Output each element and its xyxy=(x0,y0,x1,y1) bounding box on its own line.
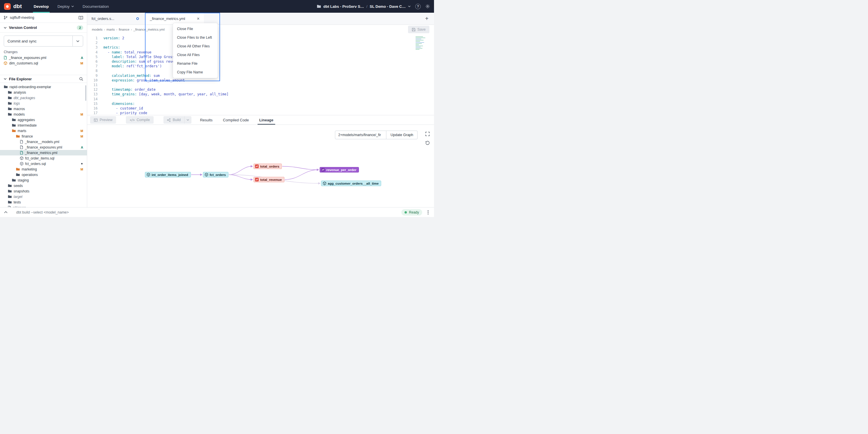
lineage-node-int_order_items_joined[interactable]: int_order_items_joined xyxy=(145,172,191,177)
dag-icon xyxy=(167,118,170,122)
tree-item-models[interactable]: modelsM xyxy=(0,112,87,117)
lineage-node-revenue_per_order[interactable]: revenue_per_order xyxy=(320,167,359,173)
file-icon xyxy=(20,151,23,154)
fullscreen-icon[interactable] xyxy=(425,132,430,136)
change-item-dim_customers.sql[interactable]: dim_customers.sqlM xyxy=(4,60,83,66)
chevron-down-icon xyxy=(4,27,7,29)
results-tab-compiled-code[interactable]: Compiled Code xyxy=(223,115,249,124)
account-name: dbt Labs - ProServ S… xyxy=(323,4,364,9)
search-icon[interactable] xyxy=(79,77,83,81)
close-icon[interactable]: × xyxy=(197,17,199,21)
version-control-label: Version Control xyxy=(9,25,37,30)
breadcrumb-item[interactable]: finance xyxy=(119,28,129,31)
tree-item-_finance_exposures.yml[interactable]: _finance_exposures.ymlA xyxy=(0,144,87,150)
graph-selector-input[interactable]: 2+models/marts/finance/_fir xyxy=(335,131,386,139)
lineage-node-agg_customer_orders__all_time[interactable]: agg_customer_orders__all_time xyxy=(321,181,381,186)
lineage-panel: 2+models/marts/finance/_fir Update Graph… xyxy=(87,125,434,207)
file-icon xyxy=(20,145,23,149)
ready-badge: Ready xyxy=(401,209,422,215)
tree-item-target[interactable]: target xyxy=(0,194,87,199)
tree-item-fct_orders.sql[interactable]: fct_orders.sql xyxy=(0,161,87,167)
build-dropdown-caret[interactable] xyxy=(184,116,191,124)
breadcrumb-item[interactable]: marts xyxy=(106,28,115,31)
commit-dropdown-caret[interactable] xyxy=(72,36,83,46)
chevron-up-icon[interactable] xyxy=(4,211,7,213)
chevron-down-icon xyxy=(71,5,74,7)
save-button[interactable]: Save xyxy=(408,26,430,33)
tree-item-rapid-onboarding-exemplar[interactable]: rapid-onboarding-exemplar xyxy=(0,84,87,90)
lineage-node-total_orders[interactable]: total_orders xyxy=(253,164,282,169)
editor-tab-fct_orders.s...[interactable]: fct_orders.s... xyxy=(87,13,143,25)
tree-item-logs[interactable]: logs xyxy=(0,100,87,106)
tree-item-marketing[interactable]: marketingM xyxy=(0,167,87,172)
context-menu-item-close-file[interactable]: Close File xyxy=(173,25,218,33)
dbt-logo-icon xyxy=(4,3,11,10)
build-button[interactable]: Build xyxy=(163,116,191,124)
account-project-selector[interactable]: dbt Labs - ProServ S… / SL Demo - Dave C… xyxy=(317,4,411,9)
context-menu-item-close-all-other-files[interactable]: Close All Other Files xyxy=(173,42,218,51)
nav-develop[interactable]: Develop xyxy=(29,0,54,13)
breadcrumb-item[interactable]: _finance_metrics.yml xyxy=(133,28,164,31)
folder-icon xyxy=(8,113,12,116)
nav-deploy[interactable]: Deploy xyxy=(53,0,78,13)
nav-documentation[interactable]: Documentation xyxy=(78,0,113,13)
tree-item-dbt_packages[interactable]: dbt_packages xyxy=(0,95,87,100)
compile-button[interactable]: </>Compile xyxy=(126,116,153,124)
ready-dot-icon xyxy=(405,211,407,213)
topbar-nav: DevelopDeployDocumentation xyxy=(29,0,113,13)
context-menu-item-copy-file-name[interactable]: Copy File Name xyxy=(173,68,218,77)
lineage-node-total_revenue[interactable]: total_revenue xyxy=(253,177,284,182)
context-menu-item-close-all-files[interactable]: Close All Files xyxy=(173,51,218,59)
model-file-icon xyxy=(20,162,23,166)
overflow-menu-icon[interactable] xyxy=(426,210,430,215)
results-tab-lineage[interactable]: Lineage xyxy=(259,115,274,124)
reset-view-icon[interactable] xyxy=(425,141,430,145)
project-name: SL Demo - Dave C… xyxy=(370,4,406,9)
tree-item-tests[interactable]: tests xyxy=(0,199,87,205)
version-control-header[interactable]: Version Control 2 xyxy=(0,23,87,33)
update-graph-button[interactable]: Update Graph xyxy=(386,131,417,139)
chevron-down-icon xyxy=(408,5,411,7)
tree-item-aggregates[interactable]: aggregates xyxy=(0,117,87,122)
settings-gear-icon[interactable] xyxy=(425,4,430,9)
docs-book-icon[interactable] xyxy=(79,16,83,20)
results-toolbar: Preview</>CompileBuild ResultsCompiled C… xyxy=(87,115,434,125)
results-tab-results[interactable]: Results xyxy=(200,115,213,124)
tree-item-staging[interactable]: staging xyxy=(0,177,87,183)
table-icon xyxy=(94,118,98,122)
preview-button[interactable]: Preview xyxy=(90,116,116,124)
tree-item-intermediate[interactable]: intermediate xyxy=(0,122,87,128)
tree-item-seeds[interactable]: seeds xyxy=(0,183,87,189)
dbt-logo[interactable]: dbt xyxy=(4,3,22,10)
tree-item-macros[interactable]: macros xyxy=(0,106,87,112)
file-explorer-header[interactable]: File Explorer xyxy=(0,75,87,83)
branch-row[interactable]: sqlfluff-meeting xyxy=(0,13,87,23)
help-button[interactable]: ? xyxy=(415,4,421,9)
minimap[interactable] xyxy=(415,36,427,50)
code-editor[interactable]: 1234567891011121314151617 version: 2 met… xyxy=(87,34,434,115)
tree-item-marts[interactable]: martsM xyxy=(0,128,87,134)
context-menu-item-rename-file[interactable]: Rename File xyxy=(173,59,218,68)
context-menu-item-close-files-to-the-left[interactable]: Close Files to the Left xyxy=(173,33,218,42)
tree-item-_finance_metrics.yml[interactable]: _finance_metrics.yml xyxy=(0,150,87,155)
git-status-letter: M xyxy=(80,62,83,65)
tree-item-finance[interactable]: financeM xyxy=(0,134,87,139)
folder-icon xyxy=(12,129,16,132)
tree-item-operations[interactable]: operations xyxy=(0,172,87,177)
scrollbar-thumb[interactable] xyxy=(85,85,86,101)
tree-item-snapshots[interactable]: snapshots xyxy=(0,189,87,194)
dbt-logo-text: dbt xyxy=(13,3,22,9)
model-icon xyxy=(205,173,208,177)
new-tab-button[interactable]: + xyxy=(420,15,434,22)
commit-sync-button[interactable]: Commit and sync xyxy=(4,35,83,47)
tree-item-fct_order_items.sql[interactable]: fct_order_items.sql xyxy=(0,155,87,161)
change-item-_finance_exposures.yml[interactable]: _finance_exposures.ymlA xyxy=(4,55,83,60)
command-input[interactable]: dbt build --select <model_name> xyxy=(16,210,397,214)
lineage-node-fct_orders[interactable]: fct_orders xyxy=(203,172,228,177)
tree-item-analysis[interactable]: analysis xyxy=(0,90,87,95)
editor-tab-_finance_metrics.yml[interactable]: _finance_metrics.yml× xyxy=(146,13,204,25)
tree-item-_finance__models.yml[interactable]: _finance__models.yml xyxy=(0,139,87,144)
status-bar: dbt build --select <model_name> Ready xyxy=(0,207,434,217)
breadcrumb-item[interactable]: models xyxy=(92,28,102,31)
tree-item-gitignore[interactable]: gitignore xyxy=(0,205,87,207)
